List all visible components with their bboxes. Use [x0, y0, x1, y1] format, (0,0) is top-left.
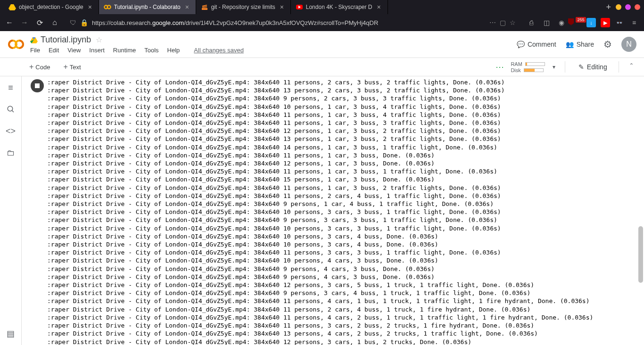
bookmark-icon[interactable]: ☆ [510, 19, 516, 26]
menu-bar: FileEditViewInsertRuntimeToolsHelpAll ch… [30, 47, 511, 54]
browser-tab-strip: object_detection - Google×Tutorial.ipynb… [0, 0, 644, 14]
ublock-icon[interactable]: ⛊ 255 [571, 17, 582, 28]
share-button[interactable]: 👥 Share [566, 41, 594, 48]
tab-favicon-icon [8, 3, 16, 11]
menu-insert[interactable]: Insert [89, 47, 105, 54]
busy-indicator-icon: ⋯ [495, 62, 503, 72]
svg-line-14 [12, 110, 14, 112]
sidebar-toggle-icon[interactable]: ◫ [541, 17, 552, 28]
avatar[interactable]: N [621, 37, 636, 52]
window-controls [616, 4, 640, 10]
home-button[interactable]: ⌂ [50, 18, 59, 27]
drive-icon [30, 36, 38, 44]
save-status[interactable]: All changes saved [194, 47, 244, 54]
colab-logo-icon[interactable] [8, 36, 25, 53]
menu-help[interactable]: Help [167, 47, 180, 54]
settings-icon[interactable]: ⚙ [603, 39, 612, 50]
main-area: ≡ <> 🗀 ▤ :raper District Drive - City of… [0, 76, 644, 345]
title-area: Tutorial.ipynb ☆ FileEditViewInsertRunti… [30, 35, 511, 54]
menu-icon[interactable]: ≡ [629, 17, 639, 28]
notebook-content[interactable]: :raper District Drive - City of London-Q… [22, 76, 644, 345]
snippets-icon[interactable]: <> [5, 125, 17, 137]
tabs-container: object_detection - Google×Tutorial.ipynb… [4, 0, 601, 14]
back-button[interactable]: ← [5, 18, 14, 27]
resource-dropdown-icon[interactable]: ▾ [553, 64, 555, 70]
window-close-icon[interactable] [635, 4, 640, 10]
svg-point-13 [8, 106, 13, 111]
resource-monitor[interactable]: RAM Disk [511, 61, 545, 73]
ublock-badge: 255 [576, 17, 586, 23]
svg-rect-4 [202, 7, 207, 8]
comment-icon: 💬 [517, 41, 525, 48]
extension2-icon[interactable]: 👓 [615, 18, 624, 27]
address-bar[interactable]: 🛡 🔒 https://colab.research.google.com/dr… [65, 19, 520, 26]
add-code-button[interactable]: +Code [25, 61, 54, 73]
tab-title: Tutorial.ipynb - Colaborato [114, 4, 181, 10]
account-icon[interactable]: ◉ [556, 17, 567, 28]
browser-tab-1[interactable]: Tutorial.ipynb - Colaborato× [99, 0, 196, 14]
reader-icon[interactable]: ▢ [500, 19, 506, 26]
menu-runtime[interactable]: Runtime [113, 47, 136, 54]
youtube-ext-icon[interactable]: ▶ [601, 18, 610, 27]
url-text: https://colab.research.google.com/drive/… [92, 19, 486, 26]
menu-edit[interactable]: Edit [49, 47, 59, 54]
forward-button[interactable]: → [20, 18, 29, 27]
tab-close-icon[interactable]: × [183, 3, 191, 11]
collapse-button[interactable]: ˆ [627, 61, 636, 73]
svg-rect-5 [202, 5, 207, 7]
tab-title: London 4K - Skyscraper D [306, 4, 372, 10]
colab-header: Tutorial.ipynb ☆ FileEditViewInsertRunti… [0, 31, 644, 58]
comment-button[interactable]: 💬 Comment [517, 41, 556, 48]
reload-button[interactable]: ⟳ [35, 18, 44, 27]
editing-mode-button[interactable]: ✎ Editing [575, 61, 611, 73]
left-sidebar: ≡ <> 🗀 ▤ [0, 76, 22, 345]
svg-point-2 [107, 5, 110, 8]
toc-icon[interactable]: ≡ [5, 82, 17, 93]
tab-close-icon[interactable]: × [278, 3, 286, 11]
browser-tab-2[interactable]: git - Repository size limits× [196, 0, 291, 14]
svg-marker-0 [8, 4, 16, 10]
notebook-title[interactable]: Tutorial.ipynb [41, 35, 91, 45]
pencil-icon: ✎ [578, 63, 584, 71]
tab-favicon-icon [104, 3, 111, 11]
menu-view[interactable]: View [67, 47, 81, 54]
extension1-icon[interactable]: ↓ [586, 18, 596, 27]
browser-tab-3[interactable]: London 4K - Skyscraper D× [291, 0, 388, 14]
svg-rect-3 [202, 8, 207, 10]
tab-close-icon[interactable]: × [86, 3, 94, 11]
search-icon[interactable] [5, 104, 17, 115]
cell-gutter [27, 78, 47, 345]
cell-output[interactable]: :raper District Drive - City of London-Q… [47, 78, 638, 345]
new-tab-button[interactable]: + [601, 2, 616, 12]
share-icon: 👥 [566, 41, 574, 48]
library-icon[interactable]: ⎙ [526, 17, 537, 28]
add-text-button[interactable]: +Text [59, 61, 84, 73]
lock-icon: 🔒 [80, 19, 88, 26]
tab-close-icon[interactable]: × [375, 3, 383, 11]
colab-toolbar: +Code +Text ⋯ RAM Disk ▾ ✎ Editing ˆ [0, 58, 644, 76]
window-minimize-icon[interactable] [616, 4, 621, 10]
menu-file[interactable]: File [30, 47, 40, 54]
scrollbar-thumb[interactable] [638, 226, 643, 283]
tab-title: object_detection - Google [19, 4, 83, 10]
window-maximize-icon[interactable] [625, 4, 631, 10]
browser-tab-0[interactable]: object_detection - Google× [4, 0, 99, 14]
tab-favicon-icon [201, 3, 208, 11]
tab-favicon-icon [296, 3, 303, 11]
tab-title: git - Repository size limits [211, 4, 275, 10]
header-actions: 💬 Comment 👥 Share ⚙ N [517, 37, 636, 52]
code-cell: :raper District Drive - City of London-Q… [22, 76, 644, 345]
shield-icon: 🛡 [70, 19, 76, 26]
colab-app: Tutorial.ipynb ☆ FileEditViewInsertRunti… [0, 31, 644, 345]
star-icon[interactable]: ☆ [96, 35, 102, 44]
toolbar-actions: ⎙ ◫ ◉ ⛊ 255 ↓ ▶ 👓 ≡ [526, 17, 639, 28]
terminal-icon[interactable]: ▤ [5, 328, 17, 339]
files-icon[interactable]: 🗀 [5, 147, 17, 158]
stop-cell-button[interactable] [31, 79, 44, 92]
more-icon[interactable]: ⋯ [489, 19, 496, 26]
menu-tools[interactable]: Tools [144, 47, 158, 54]
stop-icon [35, 83, 40, 88]
browser-toolbar: ← → ⟳ ⌂ 🛡 🔒 https://colab.research.googl… [0, 14, 644, 31]
